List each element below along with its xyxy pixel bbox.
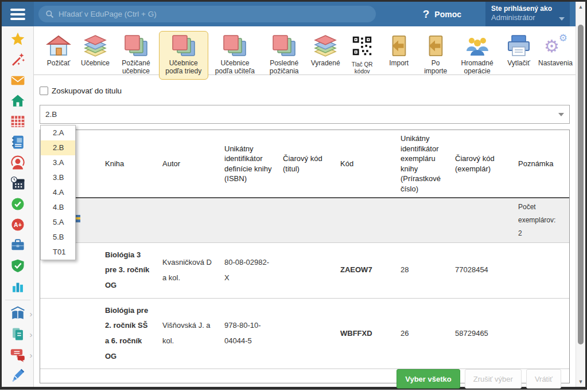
sidebar-item-library[interactable]: ›: [10, 306, 26, 321]
toolbar-item-hromadne-operacie[interactable]: Hromadné operácie: [454, 31, 500, 80]
sidebar-item-admin[interactable]: [10, 258, 26, 273]
class-dropdown-list: 2.A 2.B 3.A 3.B 4.A 4.B 5.A 5.B T01: [40, 125, 76, 260]
search-icon: [45, 10, 54, 18]
class-option-4a[interactable]: 4.A: [41, 185, 75, 200]
cell-ciarovy-titul: [278, 242, 336, 298]
sidebar-item-favorites[interactable]: [10, 32, 26, 46]
sidebar-divider: [5, 300, 30, 300]
toolbar-item-ucebnice-podla-ucitela[interactable]: Učebnice podľa učiteľa: [209, 31, 261, 80]
sidebar-item-signing[interactable]: [10, 368, 26, 383]
cell-ciarovy-exemplar: 58729465: [450, 298, 514, 369]
library-book-icon: [10, 306, 25, 321]
return-button[interactable]: Vrátiť: [526, 369, 561, 389]
import-arrow-icon: [388, 34, 410, 57]
sidebar-item-students[interactable]: [10, 155, 26, 170]
sidebar-item-communication[interactable]: ›: [10, 347, 26, 362]
cell-ciarovy-exemplar: 77028454: [450, 242, 514, 298]
hamburger-menu-icon[interactable]: [2, 9, 34, 20]
cell-kniha: Biológia pre 2. ročník SŠ a 6. ročník OG: [100, 298, 158, 369]
toolbar-item-ucebnice-podla-triedy[interactable]: Učebnice podľa triedy: [159, 31, 208, 80]
layers-icon: [83, 34, 108, 57]
scrollbar-thumb[interactable]: [578, 25, 584, 344]
page-content: Zoskupovať do titulu 2.B 2.A 2.B 3.A 3.B: [34, 75, 576, 387]
sidebar-item-grades[interactable]: [10, 217, 26, 232]
toolbar-item-vytlacit[interactable]: Vytlačiť: [501, 31, 537, 71]
cell-isbn: 80-08-02982-X: [220, 242, 278, 298]
sidebar-item-planner[interactable]: [10, 176, 26, 191]
col-header-kod: Kód: [336, 130, 396, 198]
class-option-2b[interactable]: 2.B: [41, 140, 75, 155]
books-table: Kniha Autor Unikátny identifikátor defin…: [40, 130, 569, 369]
chevron-right-icon: ›: [30, 351, 33, 359]
search-input[interactable]: [59, 10, 369, 18]
vertical-scrollbar[interactable]: ▲ ▼: [576, 2, 585, 387]
help-label: Pomoc: [434, 10, 461, 19]
class-select[interactable]: 2.B: [40, 105, 570, 124]
select-all-button[interactable]: Vyber všetko: [396, 369, 460, 389]
help-icon: ?: [423, 8, 430, 21]
toolbar-item-pozicane-ucebnice[interactable]: Požičané učebnice: [114, 31, 158, 80]
sidebar-item-classbook[interactable]: [10, 135, 26, 150]
toolbar-item-ucebnice[interactable]: Učebnice: [77, 31, 113, 71]
table-row[interactable]: Biológia pre 2. ročník SŠ a 6. ročník OG…: [40, 298, 569, 369]
stacked-books-icon: [171, 34, 196, 57]
sidebar-item-messages[interactable]: [10, 73, 26, 88]
class-option-3b[interactable]: 3.B: [41, 170, 75, 185]
toolbar-item-nastavenia[interactable]: ⚙⚙ Nastavenia: [538, 31, 573, 71]
sidebar-item-agenda[interactable]: [10, 238, 26, 253]
star-icon: [10, 32, 25, 46]
cancel-selection-button[interactable]: Zrušiť výber: [465, 369, 522, 389]
col-header-isbn: Unikátny identifikátor definície knihy (…: [220, 130, 278, 198]
toolbar-item-import[interactable]: Import: [381, 31, 417, 71]
col-header-kniha: Kniha: [100, 130, 158, 198]
class-option-2a[interactable]: 2.A: [41, 126, 75, 140]
sidebar-item-home[interactable]: [10, 93, 26, 108]
magic-wand-icon: [10, 52, 25, 67]
copies-count-value: 2: [518, 227, 565, 240]
user-menu[interactable]: Ste prihlásený ako Administrátor: [485, 2, 570, 26]
left-sidebar: › › ›: [2, 26, 34, 387]
scroll-up-arrow-icon[interactable]: ▲: [576, 4, 585, 10]
class-option-5a[interactable]: 5.A: [41, 215, 75, 230]
col-header-ciarovy-kod-titul: Čiarový kód (titul): [278, 130, 336, 198]
toolbar-item-tlac-qr-kodov[interactable]: Tlač QR kódov: [344, 31, 380, 79]
toolbar-item-pozicat[interactable]: Požičať: [41, 31, 76, 71]
cell-autor: Višňovská J. a kol.: [158, 298, 220, 369]
briefcase-icon: [10, 238, 25, 253]
global-search[interactable]: [38, 6, 376, 22]
timetable-grid-icon: [10, 114, 25, 129]
library-toolbar: Požičať Učebnice Požičané učebnice Učebn…: [34, 26, 576, 75]
scroll-down-arrow-icon[interactable]: ▼: [576, 379, 585, 385]
col-header-prirastkove-cislo: Unikátny identifikátor exempláru knihy (…: [396, 130, 450, 198]
class-option-4b[interactable]: 4.B: [41, 200, 75, 215]
action-button-bar: Vyber všetko Zrušiť výber Vrátiť: [40, 369, 569, 392]
app-window: ? Pomoc Ste prihlásený ako Administrátor: [0, 0, 587, 390]
class-option-5b[interactable]: 5.B: [41, 230, 75, 245]
sidebar-item-documents[interactable]: ›: [10, 327, 26, 342]
table-row[interactable]: Biológia 3 pre 3. ročník OG Kvasničková …: [40, 242, 569, 298]
sidebar-item-wizard[interactable]: [10, 52, 26, 67]
envelope-icon: [10, 73, 25, 88]
gears-icon: ⚙⚙: [543, 34, 568, 57]
import-arrow-icon: [425, 34, 446, 57]
toolbar-item-posledne-pozicania[interactable]: Posledné požičania: [262, 31, 306, 80]
cell-ciarovy-titul: [278, 298, 336, 369]
sidebar-item-reports[interactable]: [10, 279, 26, 294]
group-by-title-checkbox[interactable]: [40, 87, 48, 95]
layers-icon: [313, 34, 338, 57]
sidebar-item-attendance[interactable]: [10, 197, 26, 211]
class-option-t01[interactable]: T01: [41, 245, 75, 260]
notebook-icon: [10, 135, 25, 150]
top-bar: ? Pomoc Ste prihlásený ako Administrátor: [2, 2, 576, 26]
help-button[interactable]: ? Pomoc: [423, 8, 461, 21]
cell-kod: ZAEOW7: [336, 242, 396, 298]
toolbar-item-vyradene[interactable]: Vyradené: [308, 31, 343, 71]
printer-icon: [506, 34, 531, 57]
col-header-ciarovy-kod-exemplar: Čiarový kód (exemplár): [450, 130, 514, 198]
cell-kod: WBFFXD: [336, 298, 396, 369]
sidebar-item-timetable[interactable]: [10, 114, 26, 129]
books-table-container: Kniha Autor Unikátny identifikátor defin…: [40, 130, 570, 383]
toolbar-item-po-importe[interactable]: Po importe: [418, 31, 453, 80]
user-role: Administrátor: [491, 13, 557, 22]
class-option-3a[interactable]: 3.A: [41, 155, 75, 170]
